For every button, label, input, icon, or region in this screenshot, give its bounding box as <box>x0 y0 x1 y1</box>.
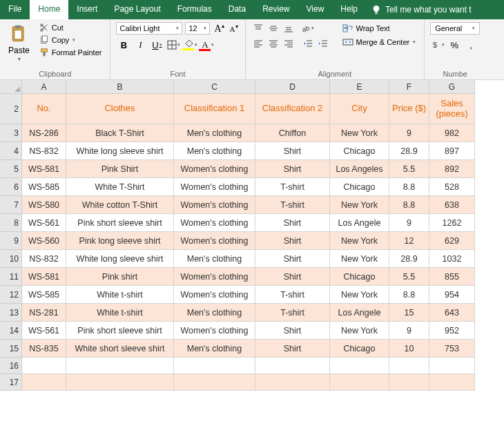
cell[interactable]: White T-Shirt <box>66 178 174 196</box>
cell[interactable]: 753 <box>429 340 475 358</box>
font-name-select[interactable]: Calibri Light▾ <box>116 22 182 35</box>
column-header-C[interactable]: C <box>174 80 255 94</box>
cell[interactable]: 1262 <box>429 214 475 232</box>
cell[interactable]: WS-561 <box>22 322 66 340</box>
font-size-select[interactable]: 12▾ <box>185 22 210 35</box>
cell[interactable]: Men's clothing <box>174 142 255 160</box>
tell-me-search[interactable]: Tell me what you want t <box>371 0 472 19</box>
cell[interactable]: Pink short sleeve shirt <box>66 322 174 340</box>
grow-font-button[interactable]: A▴ <box>213 23 225 35</box>
tab-file[interactable]: File <box>0 0 30 19</box>
tab-home[interactable]: Home <box>30 0 68 19</box>
row-header[interactable]: 3 <box>0 124 22 142</box>
cell[interactable]: White t-shirt <box>66 304 174 322</box>
cell[interactable]: 8.8 <box>389 196 429 214</box>
percent-format-button[interactable]: % <box>447 37 462 52</box>
cell[interactable]: Women's clothing <box>174 214 255 232</box>
paste-button[interactable]: Paste ▼ <box>6 22 32 68</box>
cell[interactable]: White long sleeve shirt <box>66 250 174 268</box>
borders-button[interactable]: ▾ <box>166 37 181 52</box>
align-middle-button[interactable] <box>266 22 280 35</box>
cell[interactable]: Chicago <box>330 268 389 286</box>
cell[interactable]: 5.5 <box>389 268 429 286</box>
cell[interactable]: 982 <box>429 124 475 142</box>
cell[interactable] <box>429 358 475 374</box>
column-header-F[interactable]: F <box>389 80 429 94</box>
tab-formulas[interactable]: Formulas <box>169 0 220 19</box>
cell[interactable]: 629 <box>429 232 475 250</box>
row-header[interactable]: 17 <box>0 374 22 391</box>
cell[interactable]: NS-835 <box>22 340 66 358</box>
cell[interactable]: New York <box>330 232 389 250</box>
cell[interactable]: New York <box>330 322 389 340</box>
cell[interactable]: Women's clothing <box>174 160 255 178</box>
select-all-button[interactable] <box>0 80 22 94</box>
cell[interactable]: Women's clothing <box>174 196 255 214</box>
column-header-B[interactable]: B <box>66 80 174 94</box>
cell[interactable]: Pink long sleeve shirt <box>66 232 174 250</box>
cell[interactable]: NS-286 <box>22 124 66 142</box>
cell[interactable] <box>429 374 475 391</box>
cell[interactable]: Sales (pieces) <box>429 94 475 124</box>
cell[interactable]: Shirt <box>255 214 330 232</box>
tab-insert[interactable]: Insert <box>68 0 106 19</box>
cell[interactable]: New York <box>330 196 389 214</box>
cell[interactable]: 528 <box>429 178 475 196</box>
fill-color-button[interactable]: ▾ <box>182 37 197 52</box>
column-header-G[interactable]: G <box>429 80 475 94</box>
cell[interactable]: 9 <box>389 124 429 142</box>
cell[interactable]: Men's clothing <box>174 304 255 322</box>
cell[interactable]: Shirt <box>255 340 330 358</box>
cell[interactable]: Los Angele <box>330 214 389 232</box>
row-header[interactable]: 16 <box>0 358 22 374</box>
cell[interactable]: Classification 2 <box>255 94 330 124</box>
underline-button[interactable]: U▾ <box>149 37 164 52</box>
merge-center-button[interactable]: Merge & Center▾ <box>340 36 419 48</box>
bold-button[interactable]: B <box>116 37 131 52</box>
cell[interactable]: Men's clothing <box>174 124 255 142</box>
cell[interactable]: Shirt <box>255 268 330 286</box>
cell[interactable]: Clothes <box>66 94 174 124</box>
cell[interactable]: 897 <box>429 142 475 160</box>
cell[interactable] <box>255 358 330 374</box>
cell[interactable]: Shirt <box>255 322 330 340</box>
row-header[interactable]: 14 <box>0 322 22 340</box>
cell[interactable]: Women's clothing <box>174 178 255 196</box>
row-header[interactable]: 15 <box>0 340 22 358</box>
cell[interactable]: Black T-Shirt <box>66 124 174 142</box>
align-center-button[interactable] <box>266 37 280 50</box>
cell[interactable]: T-shirt <box>255 196 330 214</box>
wrap-text-button[interactable]: ab Wrap Text <box>340 22 419 35</box>
cell[interactable]: New York <box>330 124 389 142</box>
cell[interactable]: 5.5 <box>389 160 429 178</box>
tab-page-layout[interactable]: Page Layout <box>106 0 168 19</box>
column-header-D[interactable]: D <box>255 80 330 94</box>
cell[interactable]: Classification 1 <box>174 94 255 124</box>
cell[interactable]: NS-281 <box>22 304 66 322</box>
row-header[interactable]: 9 <box>0 232 22 250</box>
row-header[interactable]: 5 <box>0 160 22 178</box>
cell[interactable]: Pink short sleeve shirt <box>66 214 174 232</box>
cell[interactable]: T-shirt <box>255 178 330 196</box>
cell[interactable]: Chiffon <box>255 124 330 142</box>
cell[interactable]: WS-580 <box>22 196 66 214</box>
cell[interactable]: White short sleeve shirt <box>66 340 174 358</box>
cell[interactable] <box>330 358 389 374</box>
cell[interactable]: Chicago <box>330 142 389 160</box>
cell[interactable]: Chicago <box>330 340 389 358</box>
cell[interactable]: New York <box>330 250 389 268</box>
cell[interactable]: Men's clothing <box>174 340 255 358</box>
align-left-button[interactable] <box>251 37 265 50</box>
row-header[interactable]: 12 <box>0 286 22 304</box>
accounting-format-button[interactable]: $▾ <box>430 37 445 52</box>
cell[interactable]: 12 <box>389 232 429 250</box>
cell[interactable]: 1032 <box>429 250 475 268</box>
cell[interactable]: 855 <box>429 268 475 286</box>
cell[interactable]: Women's clothing <box>174 286 255 304</box>
cell[interactable]: WS-560 <box>22 232 66 250</box>
cell[interactable] <box>255 374 330 391</box>
cell[interactable]: Shirt <box>255 232 330 250</box>
cell[interactable] <box>389 374 429 391</box>
row-header[interactable]: 13 <box>0 304 22 322</box>
cell[interactable] <box>174 358 255 374</box>
